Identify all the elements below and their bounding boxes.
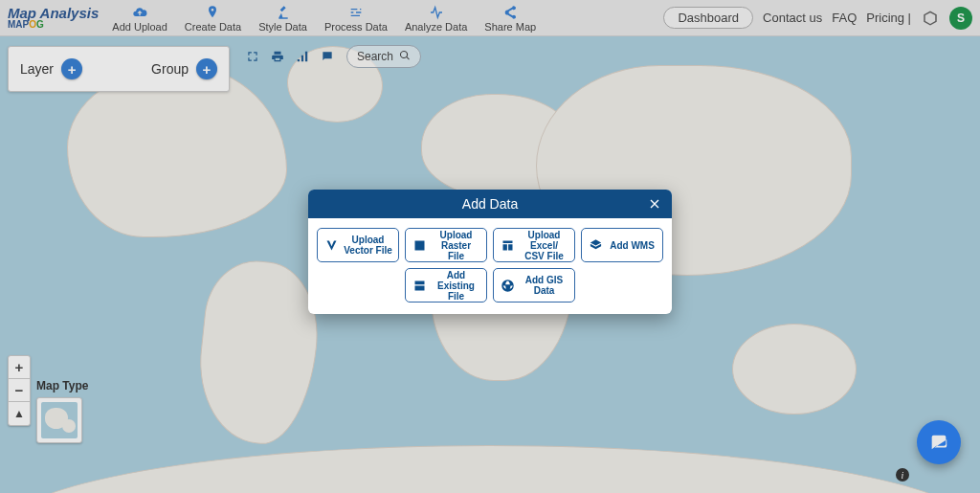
option-label: Add GIS Data	[520, 275, 568, 296]
option-label: Upload Vector File	[344, 235, 392, 256]
option-label: Upload Raster File	[432, 230, 480, 261]
add-data-modal: Add Data Upload Vector File Upload Raste…	[308, 190, 672, 314]
vector-icon	[323, 238, 339, 253]
option-add-existing[interactable]: Add Existing File	[405, 268, 487, 303]
layers-lock-icon	[588, 238, 603, 253]
image-icon	[412, 238, 427, 253]
option-add-wms[interactable]: Add WMS	[581, 228, 663, 262]
modal-header: Add Data	[308, 190, 672, 218]
option-add-gis[interactable]: Add GIS Data	[493, 268, 575, 303]
globe-icon	[500, 279, 515, 293]
option-upload-vector[interactable]: Upload Vector File	[317, 228, 399, 262]
option-label: Add WMS	[608, 240, 657, 251]
modal-body: Upload Vector File Upload Raster File Up…	[308, 218, 672, 314]
option-upload-raster[interactable]: Upload Raster File	[405, 228, 487, 262]
option-label: Add Existing File	[432, 270, 480, 302]
spreadsheet-icon	[500, 238, 515, 253]
option-label: Upload Excel/ CSV File	[520, 230, 568, 261]
drawer-icon	[412, 279, 427, 293]
modal-title: Add Data	[462, 196, 518, 212]
option-upload-excel[interactable]: Upload Excel/ CSV File	[493, 228, 575, 262]
close-icon[interactable]	[645, 194, 664, 213]
